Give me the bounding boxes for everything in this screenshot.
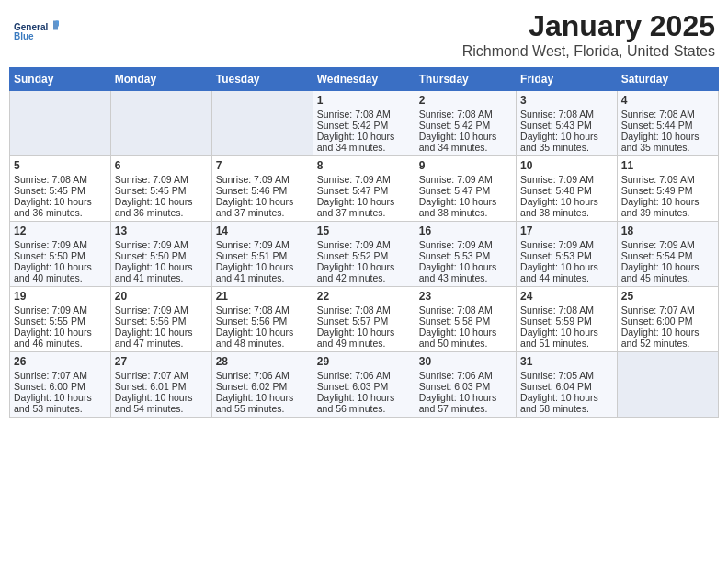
- day-info: Sunrise: 7:09 AM: [216, 239, 309, 250]
- day-info: Daylight: 10 hours: [14, 327, 107, 338]
- calendar-cell: 3Sunrise: 7:08 AMSunset: 5:43 PMDaylight…: [517, 91, 618, 156]
- day-info: Sunset: 5:58 PM: [419, 316, 512, 327]
- svg-text:Blue: Blue: [14, 31, 34, 41]
- day-info: Sunset: 5:42 PM: [317, 120, 411, 131]
- day-info: Sunset: 6:00 PM: [621, 316, 714, 327]
- day-info: Sunset: 5:56 PM: [216, 316, 309, 327]
- calendar-cell: 17Sunrise: 7:09 AMSunset: 5:53 PMDayligh…: [517, 222, 618, 287]
- calendar-cell: 15Sunrise: 7:09 AMSunset: 5:52 PMDayligh…: [313, 222, 415, 287]
- day-info: Sunset: 5:53 PM: [520, 250, 613, 261]
- calendar-cell: 24Sunrise: 7:08 AMSunset: 5:59 PMDayligh…: [517, 287, 618, 352]
- day-info: Sunset: 5:43 PM: [520, 120, 613, 131]
- weekday-header-monday: Monday: [110, 68, 211, 91]
- day-info: Sunrise: 7:09 AM: [621, 174, 714, 185]
- calendar-table: SundayMondayTuesdayWednesdayThursdayFrid…: [9, 67, 719, 418]
- day-info: Sunset: 5:50 PM: [14, 250, 107, 261]
- day-number: 19: [14, 290, 107, 303]
- calendar-cell: 5Sunrise: 7:08 AMSunset: 5:45 PMDaylight…: [10, 156, 111, 222]
- day-info: Daylight: 10 hours: [115, 196, 208, 207]
- day-info: Sunrise: 7:07 AM: [621, 304, 714, 316]
- weekday-header-saturday: Saturday: [617, 68, 718, 91]
- day-info: Sunset: 5:47 PM: [317, 185, 411, 196]
- day-info: Sunrise: 7:09 AM: [520, 174, 613, 185]
- calendar-cell: 27Sunrise: 7:07 AMSunset: 6:01 PMDayligh…: [110, 352, 211, 418]
- day-info: Sunset: 5:50 PM: [115, 250, 208, 261]
- day-info: Sunrise: 7:06 AM: [419, 370, 512, 381]
- day-info: and 53 minutes.: [14, 403, 107, 414]
- day-info: and 35 minutes.: [520, 142, 613, 153]
- calendar-cell: 31Sunrise: 7:05 AMSunset: 6:04 PMDayligh…: [517, 352, 618, 418]
- day-number: 11: [621, 159, 714, 172]
- day-info: Daylight: 10 hours: [216, 327, 309, 338]
- day-info: Daylight: 10 hours: [115, 327, 208, 338]
- day-info: Sunset: 6:01 PM: [115, 381, 208, 392]
- day-info: Sunrise: 7:08 AM: [520, 304, 613, 316]
- day-info: Sunrise: 7:09 AM: [115, 304, 208, 316]
- day-number: 1: [317, 94, 411, 107]
- day-info: Sunset: 6:03 PM: [317, 381, 411, 392]
- page-header: General Blue January 2025 Richmond West,…: [9, 9, 719, 60]
- day-info: Daylight: 10 hours: [115, 392, 208, 403]
- day-number: 3: [520, 94, 613, 107]
- day-info: Sunrise: 7:08 AM: [520, 109, 613, 120]
- day-info: Daylight: 10 hours: [216, 196, 309, 207]
- day-number: 5: [14, 159, 107, 172]
- day-number: 2: [419, 94, 512, 107]
- day-number: 10: [520, 159, 613, 172]
- day-info: and 56 minutes.: [317, 403, 411, 414]
- calendar-cell: [10, 91, 111, 156]
- day-number: 31: [520, 355, 613, 368]
- day-info: and 57 minutes.: [419, 403, 512, 414]
- calendar-cell: 21Sunrise: 7:08 AMSunset: 5:56 PMDayligh…: [211, 287, 313, 352]
- day-info: Sunset: 6:00 PM: [14, 381, 107, 392]
- day-info: and 48 minutes.: [216, 338, 309, 349]
- day-info: Daylight: 10 hours: [520, 261, 613, 272]
- day-info: and 37 minutes.: [317, 207, 411, 218]
- day-info: and 40 minutes.: [14, 272, 107, 283]
- weekday-header-sunday: Sunday: [10, 68, 111, 91]
- day-info: Daylight: 10 hours: [419, 261, 512, 272]
- day-info: Sunset: 6:02 PM: [216, 381, 309, 392]
- day-info: Daylight: 10 hours: [317, 196, 411, 207]
- day-info: and 35 minutes.: [621, 142, 714, 153]
- calendar-cell: 11Sunrise: 7:09 AMSunset: 5:49 PMDayligh…: [617, 156, 718, 222]
- day-info: Sunset: 5:53 PM: [419, 250, 512, 261]
- day-number: 15: [317, 224, 411, 237]
- calendar-cell: 13Sunrise: 7:09 AMSunset: 5:50 PMDayligh…: [110, 222, 211, 287]
- day-info: Sunset: 6:03 PM: [419, 381, 512, 392]
- day-info: Daylight: 10 hours: [115, 261, 208, 272]
- day-info: Daylight: 10 hours: [520, 327, 613, 338]
- day-info: Sunrise: 7:09 AM: [419, 239, 512, 250]
- calendar-cell: 30Sunrise: 7:06 AMSunset: 6:03 PMDayligh…: [415, 352, 516, 418]
- weekday-header-friday: Friday: [517, 68, 618, 91]
- day-info: Sunset: 5:55 PM: [14, 316, 107, 327]
- day-info: and 55 minutes.: [216, 403, 309, 414]
- day-info: Sunrise: 7:09 AM: [115, 174, 208, 185]
- day-number: 8: [317, 159, 411, 172]
- day-info: Daylight: 10 hours: [520, 196, 613, 207]
- day-info: Daylight: 10 hours: [419, 327, 512, 338]
- weekday-header-tuesday: Tuesday: [211, 68, 313, 91]
- day-info: Sunset: 5:59 PM: [520, 316, 613, 327]
- calendar-week-2: 5Sunrise: 7:08 AMSunset: 5:45 PMDaylight…: [10, 156, 719, 222]
- calendar-cell: 28Sunrise: 7:06 AMSunset: 6:02 PMDayligh…: [211, 352, 313, 418]
- day-info: Sunrise: 7:08 AM: [419, 304, 512, 316]
- day-info: Sunrise: 7:09 AM: [419, 174, 512, 185]
- logo-svg: General Blue: [13, 13, 59, 50]
- calendar-cell: 4Sunrise: 7:08 AMSunset: 5:44 PMDaylight…: [617, 91, 718, 156]
- day-info: Sunset: 5:54 PM: [621, 250, 714, 261]
- calendar-cell: 1Sunrise: 7:08 AMSunset: 5:42 PMDaylight…: [313, 91, 415, 156]
- calendar-cell: 12Sunrise: 7:09 AMSunset: 5:50 PMDayligh…: [10, 222, 111, 287]
- day-info: Sunrise: 7:07 AM: [14, 370, 107, 381]
- day-info: Sunset: 5:44 PM: [621, 120, 714, 131]
- day-info: Daylight: 10 hours: [317, 131, 411, 142]
- day-info: Sunrise: 7:05 AM: [520, 370, 613, 381]
- calendar-cell: [617, 352, 718, 418]
- day-info: Sunset: 5:57 PM: [317, 316, 411, 327]
- day-info: and 42 minutes.: [317, 272, 411, 283]
- day-info: and 38 minutes.: [419, 207, 512, 218]
- day-info: and 47 minutes.: [115, 338, 208, 349]
- day-info: Sunrise: 7:09 AM: [216, 174, 309, 185]
- day-info: Sunrise: 7:09 AM: [14, 239, 107, 250]
- day-number: 13: [115, 224, 208, 237]
